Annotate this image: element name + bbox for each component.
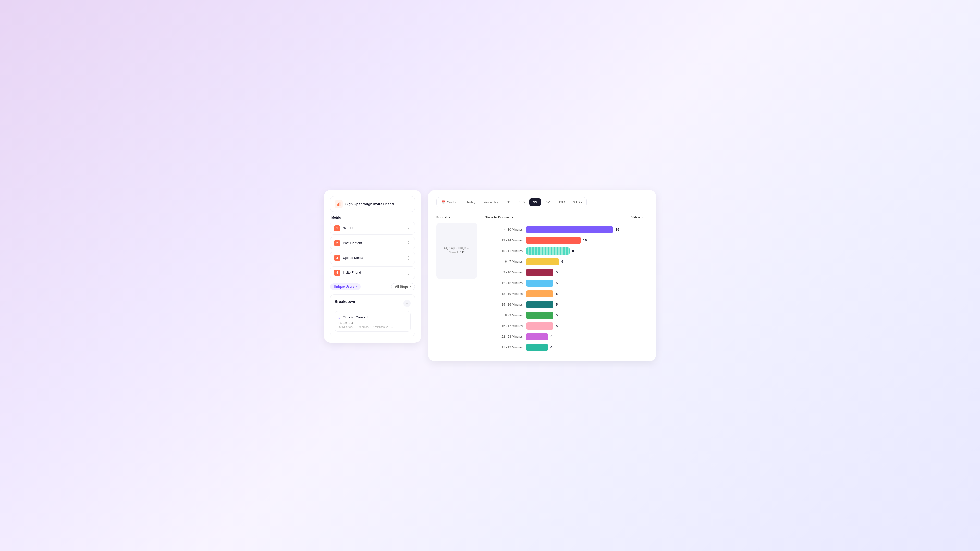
step-menu-2[interactable]: ⋮	[406, 240, 411, 246]
bar-value: 5	[556, 313, 558, 317]
unique-users-chevron: ▾	[356, 285, 357, 288]
bar-container: 8	[526, 248, 648, 254]
bar-row: 15 - 16 Minutes 5	[485, 300, 648, 309]
step-badge-3: 3	[334, 255, 340, 261]
bar-fill	[526, 269, 553, 276]
value-chevron: ▾	[641, 216, 643, 219]
date-tab-yesterday[interactable]: Yesterday	[480, 198, 502, 206]
date-tab-30d[interactable]: 30D	[515, 198, 528, 206]
date-tab-custom[interactable]: 📅 Custom	[438, 198, 462, 206]
unique-users-label: Unique Users	[334, 285, 355, 289]
bar-row: 6 - 7 Minutes 6	[485, 258, 648, 266]
bar-fill	[526, 226, 613, 233]
step-badge-4: 4	[334, 270, 340, 276]
bar-row: 10 - 11 Minutes 8	[485, 247, 648, 255]
funnel-chevron: ▾	[449, 216, 450, 219]
step-menu-4[interactable]: ⋮	[406, 270, 411, 275]
bar-container: 5	[526, 301, 648, 308]
right-panel: 📅 CustomTodayYesterday7D30D3M6M12MXTD ▾ …	[428, 190, 656, 361]
chart-area: Funnel ▾ Sign Up through ... Overall 122	[436, 215, 648, 354]
funnel-preview-col: Funnel ▾ Sign Up through ... Overall 122	[436, 215, 477, 354]
bar-fill	[526, 312, 553, 319]
step-name-1: Sign Up	[343, 226, 355, 230]
breakdown-left: # Time to Convert	[339, 315, 368, 320]
bar-value: 5	[556, 324, 558, 328]
bar-label: 6 - 7 Minutes	[485, 260, 526, 264]
bar-row: 18 - 19 Minutes 5	[485, 290, 648, 298]
step-left: 1 Sign Up	[334, 225, 355, 231]
bar-label: 8 - 9 Minutes	[485, 313, 526, 317]
bar-fill	[526, 248, 570, 254]
date-tab-7d[interactable]: 7D	[503, 198, 514, 206]
value-col-header[interactable]: Value ▾	[542, 215, 648, 219]
date-tab-3m[interactable]: 3M	[529, 198, 541, 206]
screen-container: Sign Up through Invite Friend ⋮ Metric 1…	[324, 190, 656, 361]
bar-container: 6	[526, 258, 648, 265]
bar-fill	[526, 258, 559, 265]
svg-rect-0	[337, 204, 338, 206]
step-name-4: Invite Friend	[343, 271, 361, 275]
funnel-card: Sign Up through ... Overall 122	[436, 223, 477, 279]
breakdown-name: Time to Convert	[343, 315, 368, 319]
bar-chart-icon	[334, 200, 343, 208]
step-card-4: 4 Invite Friend ⋮	[330, 266, 415, 279]
bar-row: 22 - 23 Minutes 4	[485, 333, 648, 341]
ttc-col-header[interactable]: Time to Convert ▾	[485, 215, 542, 219]
bar-container: 5	[526, 269, 648, 276]
breakdown-menu-button[interactable]: ⋮	[402, 314, 407, 320]
svg-rect-2	[340, 202, 341, 206]
step-menu-3[interactable]: ⋮	[406, 255, 411, 261]
metric-section-title: Metric	[331, 216, 415, 219]
unique-users-button[interactable]: Unique Users ▾	[330, 283, 361, 290]
bar-fill	[526, 344, 548, 351]
bar-fill	[526, 290, 553, 297]
bar-value: 6	[562, 260, 563, 264]
step-menu-1[interactable]: ⋮	[406, 225, 411, 231]
breakdown-item: # Time to Convert ⋮ Step 3 → 4 <0 Minute…	[334, 311, 410, 332]
bar-container: 4	[526, 344, 648, 351]
bar-container: 10	[526, 237, 648, 244]
date-tab-12m[interactable]: 12M	[555, 198, 568, 206]
bar-fill	[526, 333, 548, 340]
add-breakdown-button[interactable]: +	[404, 300, 410, 307]
date-tabs: 📅 CustomTodayYesterday7D30D3M6M12MXTD ▾	[436, 197, 587, 207]
step-card-3: 3 Upload Media ⋮	[330, 251, 415, 264]
bar-label: 10 - 11 Minutes	[485, 249, 526, 253]
bar-row: 12 - 13 Minutes 5	[485, 279, 648, 287]
bar-value: 4	[550, 335, 552, 338]
bar-value: 5	[556, 303, 558, 306]
bar-fill	[526, 301, 553, 308]
all-steps-button[interactable]: All Steps ▾	[391, 283, 415, 290]
breakdown-section: Breakdown + # Time to Convert ⋮ Step 3 →…	[330, 294, 415, 337]
bar-value: 5	[556, 270, 558, 274]
step-name-2: Post Content	[343, 241, 362, 245]
date-tab-6m[interactable]: 6M	[542, 198, 554, 206]
date-tab-xtd[interactable]: XTD ▾	[570, 198, 586, 206]
funnel-col-label: Funnel	[436, 215, 447, 219]
bar-row: >= 30 Minutes 16	[485, 225, 648, 233]
bar-label: 15 - 16 Minutes	[485, 303, 526, 306]
bar-container: 5	[526, 279, 648, 287]
date-tab-today[interactable]: Today	[463, 198, 479, 206]
steps-container: 1 Sign Up ⋮ 2 Post Content ⋮ 3 Upload Me…	[330, 222, 415, 279]
step-left: 2 Post Content	[334, 240, 362, 246]
bar-row: 8 - 9 Minutes 5	[485, 311, 648, 319]
bars-container: >= 30 Minutes 16 13 - 14 Minutes 10 10 -…	[485, 225, 648, 351]
metric-menu-button[interactable]: ⋮	[406, 201, 410, 207]
all-steps-label: All Steps	[395, 285, 409, 289]
breakdown-title: Breakdown	[334, 299, 355, 303]
funnel-col-header[interactable]: Funnel ▾	[436, 215, 477, 219]
step-name-3: Upload Media	[343, 256, 363, 260]
breakdown-item-header: # Time to Convert ⋮	[339, 314, 407, 320]
bar-container: 4	[526, 333, 648, 340]
funnel-card-value: 122	[460, 251, 465, 254]
bar-value: 5	[556, 281, 558, 285]
chart-col-headers: Time to Convert ▾ Value ▾	[485, 215, 648, 221]
left-panel: Sign Up through Invite Friend ⋮ Metric 1…	[324, 190, 421, 343]
bar-row: 11 - 12 Minutes 4	[485, 343, 648, 351]
bar-label: 9 - 10 Minutes	[485, 271, 526, 274]
step-badge-1: 1	[334, 225, 340, 231]
bar-label: >= 30 Minutes	[485, 228, 526, 231]
bar-label: 11 - 12 Minutes	[485, 346, 526, 349]
step-left: 4 Invite Friend	[334, 270, 361, 276]
